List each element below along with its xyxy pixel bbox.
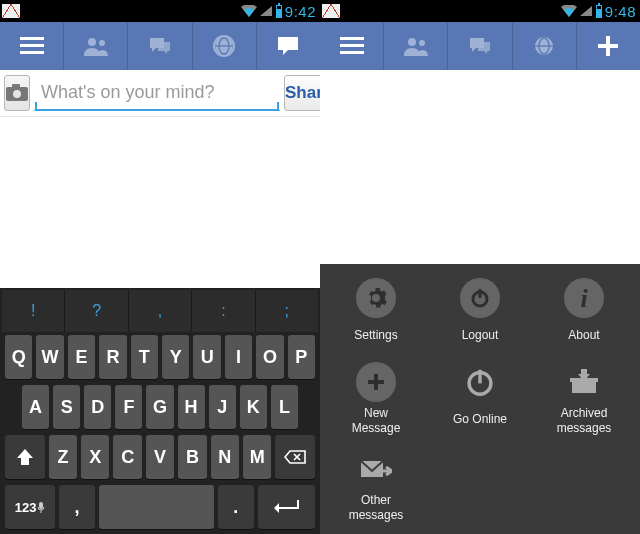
svg-rect-18 bbox=[340, 51, 364, 54]
key-h[interactable]: H bbox=[178, 385, 205, 429]
comma-key[interactable]: , bbox=[59, 485, 95, 529]
gmail-icon bbox=[322, 4, 340, 18]
key-g[interactable]: G bbox=[146, 385, 173, 429]
space-key[interactable] bbox=[99, 485, 214, 529]
key-n[interactable]: N bbox=[211, 435, 239, 479]
svg-rect-1 bbox=[20, 44, 44, 47]
key-d[interactable]: D bbox=[84, 385, 111, 429]
hint-key[interactable]: : bbox=[192, 290, 255, 332]
notifications-icon[interactable] bbox=[193, 22, 257, 70]
phone-right: 9:48 Settings Logout bbox=[320, 0, 640, 534]
signal-icon bbox=[260, 6, 272, 16]
svg-rect-15 bbox=[39, 502, 43, 509]
key-j[interactable]: J bbox=[209, 385, 236, 429]
key-f[interactable]: F bbox=[115, 385, 142, 429]
key-b[interactable]: B bbox=[178, 435, 206, 479]
friends-icon[interactable] bbox=[64, 22, 128, 70]
sheet-archived[interactable]: Archived messages bbox=[532, 358, 636, 439]
key-x[interactable]: X bbox=[81, 435, 109, 479]
sheet-about[interactable]: i About bbox=[532, 274, 636, 352]
hint-key[interactable]: , bbox=[129, 290, 192, 332]
hint-key[interactable]: ; bbox=[256, 290, 318, 332]
camera-button[interactable] bbox=[4, 75, 30, 111]
key-s[interactable]: S bbox=[53, 385, 80, 429]
sheet-other-messages[interactable]: Other messages bbox=[324, 445, 428, 526]
svg-rect-2 bbox=[20, 51, 44, 54]
key-t[interactable]: T bbox=[131, 335, 158, 379]
battery-icon bbox=[596, 5, 602, 18]
svg-rect-29 bbox=[368, 380, 384, 384]
svg-rect-32 bbox=[572, 381, 596, 393]
notifications-icon[interactable] bbox=[513, 22, 577, 70]
svg-rect-25 bbox=[598, 44, 618, 48]
key-m[interactable]: M bbox=[243, 435, 271, 479]
sheet-new-message[interactable]: New Message bbox=[324, 358, 428, 439]
compose-button[interactable] bbox=[577, 22, 640, 70]
navbar-right bbox=[320, 22, 640, 70]
key-q[interactable]: Q bbox=[5, 335, 32, 379]
sheet-logout[interactable]: Logout bbox=[428, 274, 532, 352]
shift-key[interactable] bbox=[5, 435, 45, 479]
menu-button[interactable] bbox=[0, 22, 64, 70]
status-input[interactable] bbox=[34, 75, 280, 111]
messages-icon[interactable] bbox=[448, 22, 512, 70]
power-icon bbox=[460, 362, 500, 402]
keyboard-hint-row: ! ? , : ; bbox=[2, 290, 318, 332]
key-o[interactable]: O bbox=[256, 335, 283, 379]
key-y[interactable]: Y bbox=[162, 335, 189, 379]
statusbar-left: 9:42 bbox=[0, 0, 320, 22]
gear-icon bbox=[356, 278, 396, 318]
plus-icon bbox=[356, 362, 396, 402]
hint-key[interactable]: ? bbox=[65, 290, 128, 332]
svg-point-20 bbox=[419, 40, 425, 46]
key-p[interactable]: P bbox=[288, 335, 315, 379]
key-w[interactable]: W bbox=[36, 335, 63, 379]
key-r[interactable]: R bbox=[99, 335, 126, 379]
envelope-icon bbox=[356, 449, 396, 489]
sheet-settings[interactable]: Settings bbox=[324, 274, 428, 352]
key-v[interactable]: V bbox=[146, 435, 174, 479]
statusbar-right: 9:48 bbox=[320, 0, 640, 22]
wifi-icon bbox=[561, 5, 577, 17]
wifi-icon bbox=[241, 5, 257, 17]
svg-rect-0 bbox=[20, 37, 44, 40]
power-icon bbox=[460, 278, 500, 318]
signal-icon bbox=[580, 6, 592, 16]
navbar-left bbox=[0, 22, 320, 70]
key-l[interactable]: L bbox=[271, 385, 298, 429]
svg-rect-11 bbox=[12, 84, 20, 88]
action-sheet: Settings Logout i About New Message Go O… bbox=[320, 264, 640, 534]
menu-button[interactable] bbox=[320, 22, 384, 70]
key-u[interactable]: U bbox=[193, 335, 220, 379]
svg-point-4 bbox=[99, 40, 105, 46]
info-icon: i bbox=[564, 278, 604, 318]
battery-icon bbox=[276, 5, 282, 18]
chat-button[interactable] bbox=[257, 22, 320, 70]
key-a[interactable]: A bbox=[22, 385, 49, 429]
key-c[interactable]: C bbox=[113, 435, 141, 479]
clock: 9:42 bbox=[285, 3, 316, 20]
friends-icon[interactable] bbox=[384, 22, 448, 70]
sheet-go-online[interactable]: Go Online bbox=[428, 358, 532, 439]
svg-point-3 bbox=[88, 38, 96, 46]
archive-icon bbox=[564, 362, 604, 402]
enter-key[interactable] bbox=[258, 485, 315, 529]
key-z[interactable]: Z bbox=[49, 435, 77, 479]
key-k[interactable]: K bbox=[240, 385, 267, 429]
gmail-icon bbox=[2, 4, 20, 18]
key-e[interactable]: E bbox=[68, 335, 95, 379]
messages-icon[interactable] bbox=[128, 22, 192, 70]
symbols-key[interactable]: 123 bbox=[5, 485, 55, 529]
svg-point-19 bbox=[408, 38, 416, 46]
period-key[interactable]: . bbox=[218, 485, 254, 529]
svg-rect-17 bbox=[340, 44, 364, 47]
keyboard: ! ? , : ; Q W E R T Y U I O P A S D F G … bbox=[0, 288, 320, 534]
svg-rect-16 bbox=[340, 37, 364, 40]
svg-point-12 bbox=[13, 90, 21, 98]
phone-left: 9:42 Share ! ? , : bbox=[0, 0, 320, 534]
clock: 9:48 bbox=[605, 3, 636, 20]
hint-key[interactable]: ! bbox=[2, 290, 65, 332]
key-i[interactable]: I bbox=[225, 335, 252, 379]
backspace-key[interactable] bbox=[275, 435, 315, 479]
composer: Share bbox=[0, 70, 320, 117]
